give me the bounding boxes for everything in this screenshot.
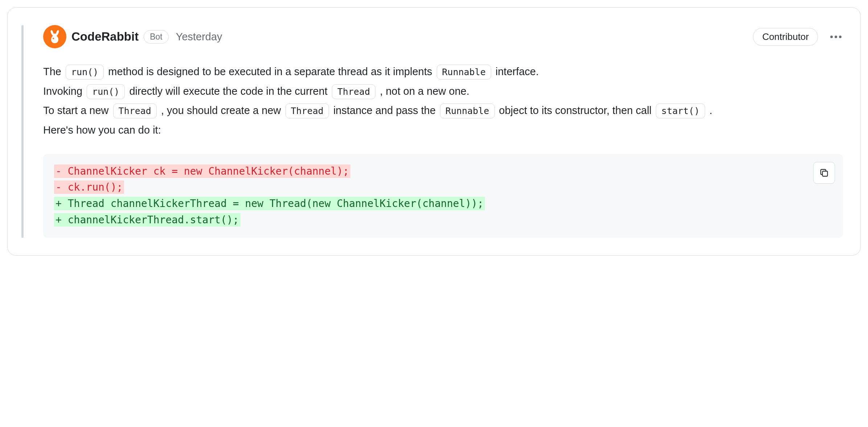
code-block: - ChannelKicker ck = new ChannelKicker(c… xyxy=(43,154,843,238)
svg-rect-1 xyxy=(822,171,827,176)
text: The xyxy=(43,66,64,77)
more-options-button[interactable] xyxy=(829,34,843,40)
diff-remove-text: - ChannelKicker ck = new ChannelKicker(c… xyxy=(54,164,350,178)
author-avatar[interactable] xyxy=(43,25,66,48)
inline-code: Thread xyxy=(113,103,157,118)
quote-bar xyxy=(21,25,24,238)
comment-header: CodeRabbit Bot Yesterday Contributor xyxy=(43,25,843,48)
inline-code: run() xyxy=(66,65,104,80)
text: To start a new xyxy=(43,105,112,116)
diff-line-add: + channelKickerThread.start(); xyxy=(54,212,832,228)
copy-button[interactable] xyxy=(813,162,835,184)
timestamp[interactable]: Yesterday xyxy=(176,31,222,43)
svg-point-0 xyxy=(53,38,54,39)
text: Here's how you can do it: xyxy=(43,124,161,136)
inline-code: Thread xyxy=(332,84,375,99)
diff-line-remove: - ck.run(); xyxy=(54,179,832,196)
dot-icon xyxy=(830,36,833,38)
text: object to its constructor, then call xyxy=(496,105,655,116)
dot-icon xyxy=(839,36,842,38)
diff-line-remove: - ChannelKicker ck = new ChannelKicker(c… xyxy=(54,163,832,180)
diff-remove-text: - ck.run(); xyxy=(54,180,124,194)
text: method is designed to be executed in a s… xyxy=(105,66,435,77)
comment-wrapper: CodeRabbit Bot Yesterday Contributor The… xyxy=(21,25,843,238)
diff-add-text: + channelKickerThread.start(); xyxy=(54,213,240,227)
inline-code: start() xyxy=(656,103,705,118)
text: interface. xyxy=(493,66,539,77)
diff-add-text: + Thread channelKickerThread = new Threa… xyxy=(54,197,485,210)
inline-code: Runnable xyxy=(440,103,494,118)
bot-badge: Bot xyxy=(144,30,169,44)
inline-code: Thread xyxy=(285,103,329,118)
contributor-badge: Contributor xyxy=(753,28,818,46)
header-right: Contributor xyxy=(753,28,843,46)
author-name[interactable]: CodeRabbit xyxy=(71,30,139,44)
text: , not on a new one. xyxy=(377,85,469,97)
rabbit-icon xyxy=(46,28,63,45)
text: instance and pass the xyxy=(330,105,439,116)
inline-code: run() xyxy=(87,84,125,99)
dot-icon xyxy=(835,36,837,38)
text: directly will execute the code in the cu… xyxy=(126,85,330,97)
text: , you should create a new xyxy=(158,105,284,116)
text: Invoking xyxy=(43,85,85,97)
comment-body: The run() method is designed to be execu… xyxy=(43,62,843,140)
inline-code: Runnable xyxy=(437,65,491,80)
diff-line-add: + Thread channelKickerThread = new Threa… xyxy=(54,196,832,212)
header-left: CodeRabbit Bot Yesterday xyxy=(43,25,222,48)
copy-icon xyxy=(819,168,829,178)
comment-content: CodeRabbit Bot Yesterday Contributor The… xyxy=(43,25,843,238)
comment-card: CodeRabbit Bot Yesterday Contributor The… xyxy=(7,7,861,256)
text: . xyxy=(707,105,712,116)
